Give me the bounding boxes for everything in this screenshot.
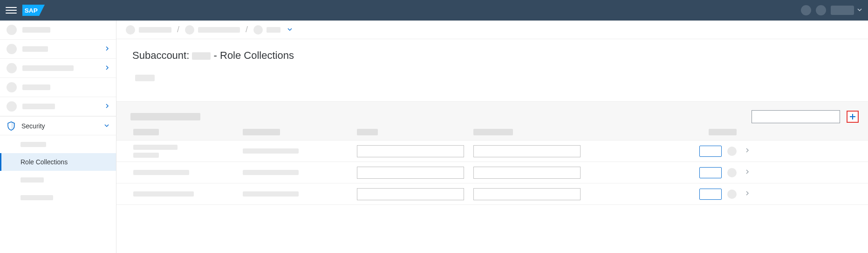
chevron-right-icon[interactable]: [745, 169, 750, 177]
sidebar-sub-4[interactable]: [0, 189, 116, 206]
cell-input[interactable]: [473, 167, 581, 179]
sidebar-item-label: [22, 27, 50, 33]
breadcrumb-item[interactable]: [198, 27, 240, 33]
breadcrumb-separator: /: [177, 25, 179, 35]
header-avatar-2[interactable]: [816, 5, 826, 15]
sidebar-item-icon: [7, 101, 17, 112]
cell-action-box[interactable]: [699, 167, 722, 178]
cell-text: [243, 191, 299, 197]
chevron-down-icon: [104, 122, 109, 130]
cell-text: [133, 191, 194, 197]
sidebar-item-label: [22, 65, 74, 71]
cell-input[interactable]: [473, 145, 581, 157]
page-title-prefix: Subaccount:: [132, 49, 192, 61]
sidebar-item-label: [22, 84, 50, 90]
sidebar-item-2[interactable]: [0, 40, 116, 59]
cell-input[interactable]: [357, 167, 464, 179]
breadcrumb-icon: [185, 25, 194, 35]
sidebar-item-label: [22, 46, 48, 52]
header-avatar-1[interactable]: [801, 5, 811, 15]
sub-label: [135, 75, 155, 81]
breadcrumb-icon: [126, 25, 135, 35]
search-input[interactable]: [752, 110, 840, 123]
chevron-down-icon[interactable]: [287, 26, 293, 34]
cell-text: [133, 170, 189, 175]
chevron-right-icon: [105, 64, 109, 72]
chevron-down-icon[interactable]: [857, 7, 862, 14]
redacted-account-name: [192, 52, 211, 60]
cell-status-icon: [727, 168, 737, 177]
sidebar-item-label: Security: [21, 122, 45, 130]
sidebar-item-icon: [7, 63, 17, 73]
chevron-right-icon[interactable]: [745, 190, 750, 198]
sidebar-item-icon: [7, 25, 17, 35]
chevron-right-icon[interactable]: [745, 147, 750, 155]
app-header: SAP: [0, 0, 868, 21]
table-row[interactable]: [116, 162, 868, 183]
cell-action-box[interactable]: [699, 189, 722, 200]
sidebar-sub-1[interactable]: [0, 135, 116, 153]
role-collections-table: [116, 141, 868, 205]
header-account-selector[interactable]: [831, 6, 854, 15]
breadcrumb-separator: /: [246, 25, 248, 35]
shield-icon: [7, 121, 16, 131]
sidebar-item-icon: [7, 44, 17, 54]
breadcrumb-item[interactable]: [267, 27, 280, 33]
sidebar: Security Role Collections: [0, 21, 116, 253]
breadcrumb-icon: [253, 25, 263, 35]
plus-icon: [849, 113, 856, 120]
sidebar-item-icon: [7, 82, 17, 92]
cell-status-icon: [727, 147, 737, 156]
chevron-right-icon: [105, 45, 109, 53]
svg-text:SAP: SAP: [25, 7, 38, 14]
column-header: [473, 129, 513, 135]
column-header: [709, 129, 737, 135]
breadcrumb: / /: [116, 21, 868, 39]
column-header: [357, 129, 378, 135]
sidebar-item-4[interactable]: [0, 78, 116, 97]
sidebar-item-label: [22, 104, 55, 109]
cell-status-icon: [727, 190, 737, 199]
sidebar-sub-3[interactable]: [0, 171, 116, 189]
cell-text: [243, 170, 299, 175]
table-header-row: [130, 123, 859, 140]
cell-input[interactable]: [357, 188, 464, 200]
cell-action-box[interactable]: [699, 146, 722, 157]
sidebar-item-5[interactable]: [0, 97, 116, 116]
menu-toggle-icon[interactable]: [6, 5, 17, 16]
column-header: [133, 129, 159, 135]
sidebar-item-security[interactable]: Security: [0, 116, 116, 135]
chevron-right-icon: [105, 102, 109, 111]
cell-input[interactable]: [357, 145, 464, 157]
add-button[interactable]: [847, 111, 859, 123]
sidebar-item-1[interactable]: [0, 21, 116, 40]
page-title-suffix: - Role Collections: [211, 49, 294, 61]
cell-text: [133, 153, 159, 158]
page-title: Subaccount: - Role Collections: [116, 39, 868, 66]
sidebar-sub-label: [21, 142, 46, 147]
sidebar-item-3[interactable]: [0, 59, 116, 78]
table-toolbar: [116, 101, 868, 141]
cell-input[interactable]: [473, 188, 581, 200]
cell-text: [243, 148, 299, 154]
table-row[interactable]: [116, 141, 868, 162]
sidebar-sub-label: Role Collections: [21, 158, 68, 166]
toolbar-title: [130, 113, 200, 120]
sap-logo[interactable]: SAP: [22, 5, 45, 16]
sidebar-sub-role-collections[interactable]: Role Collections: [0, 153, 116, 171]
cell-text: [133, 145, 178, 150]
table-row[interactable]: [116, 183, 868, 205]
sidebar-sub-label: [21, 177, 44, 183]
column-header: [243, 129, 280, 135]
main-content: / / Subaccount: - Role Collections: [116, 21, 868, 253]
sidebar-sub-label: [21, 195, 53, 200]
breadcrumb-item[interactable]: [139, 27, 171, 33]
